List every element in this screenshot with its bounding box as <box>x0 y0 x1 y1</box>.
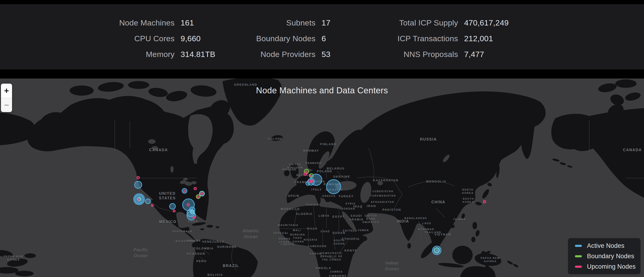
world-map[interactable]: Node Machines and Data Centers + − GREEN… <box>0 78 644 277</box>
upcoming-node-bubble[interactable] <box>311 179 314 182</box>
country-label: COLOMBIA <box>194 247 214 250</box>
country-label: ETHIOPIA <box>342 237 360 241</box>
stat-label: Subnets <box>200 18 316 27</box>
country-label: ITALY <box>311 188 322 192</box>
light-node-bubble[interactable] <box>190 210 195 214</box>
upcoming-node-bubble[interactable] <box>151 204 154 207</box>
stat-row: Boundary Nodes6 <box>200 30 330 46</box>
country-label: BURKINA FASO <box>290 233 305 240</box>
country-label: UNITED ARAB EMIRATES <box>362 214 379 224</box>
country-label: MALI <box>293 229 301 232</box>
active-node-bubble[interactable] <box>169 203 176 210</box>
legend-row: Upcoming Nodes <box>575 263 640 270</box>
country-label: CANADA <box>623 148 642 152</box>
stat-row: Subnets17 <box>200 15 330 30</box>
active-node-bubble[interactable] <box>145 199 151 204</box>
country-label: PERU <box>196 260 206 263</box>
stat-label: Node Machines <box>59 18 174 27</box>
country-label: MEXICO <box>159 220 176 224</box>
country-label: CUBA <box>188 220 198 223</box>
country-label: SAUDI ARABIA <box>349 214 364 222</box>
stat-label: ICP Transactions <box>342 34 458 43</box>
upcoming-node-bubble[interactable] <box>200 192 203 195</box>
map-title: Node Machines and Data Centers <box>0 86 644 95</box>
stat-value: 6 <box>322 34 326 43</box>
country-label: BELARUS <box>327 167 345 170</box>
country-label: JORDAN <box>342 207 355 211</box>
country-label: UNITED KINGDOM <box>287 163 303 170</box>
country-label: PAPUA NEW GUINEA <box>480 257 500 263</box>
zoom-in-button[interactable]: + <box>1 84 12 98</box>
country-label: ZAMBIA <box>330 270 343 274</box>
legend-row: Boundary Nodes <box>575 253 640 260</box>
country-label: RUSSIA <box>420 137 437 142</box>
country-label: LIBYA <box>318 214 330 218</box>
active-node-bubble[interactable] <box>326 179 341 194</box>
country-label: NORTH KOREA <box>462 188 474 195</box>
stats-column-machines: Node Machines161CPU Cores9,660Memory314.… <box>59 15 215 62</box>
stat-row: Node Providers53 <box>200 46 330 62</box>
country-label: LIBERIA <box>281 243 294 246</box>
upcoming-node-bubble[interactable] <box>173 210 176 212</box>
stat-value: 17 <box>322 18 330 27</box>
country-label: PAKISTAN <box>382 208 401 212</box>
country-label: GUATEMALA <box>172 230 192 233</box>
stats-column-icp: Total ICP Supply470,617,249ICP Transacti… <box>342 15 508 62</box>
map-legend: Active NodesBoundary NodesUpcoming Nodes <box>568 238 640 274</box>
upcoming-node-bubble[interactable] <box>196 196 199 198</box>
stat-row: Memory314.81TB <box>59 46 215 62</box>
stat-value: 53 <box>322 50 330 59</box>
country-label: GREECE <box>322 195 336 198</box>
stat-row: CPU Cores9,660 <box>59 30 215 46</box>
country-label: IRAN <box>367 204 376 208</box>
legend-dash-icon <box>575 266 582 268</box>
active-node-bubble[interactable] <box>134 181 142 189</box>
ocean-label: Indian Ocean <box>385 260 399 272</box>
country-label: KAZAKHSTAN <box>373 179 398 182</box>
stat-value: 7,477 <box>464 50 484 59</box>
country-label: NIGER <box>307 227 318 231</box>
stat-value: 161 <box>180 18 194 27</box>
country-label: UZBEKISTAN <box>372 190 394 193</box>
country-label: GHANA <box>292 240 304 244</box>
upcoming-node-bubble[interactable] <box>194 187 197 190</box>
ocean-label: Pacific Ocean <box>134 247 148 259</box>
stat-label: Total ICP Supply <box>342 18 458 27</box>
stat-label: Boundary Nodes <box>200 34 316 43</box>
country-label: DEMOCRATIC REPUBLIC OF THE CONGO <box>320 252 343 261</box>
upcoming-node-bubble[interactable] <box>186 203 190 206</box>
upcoming-node-bubble[interactable] <box>192 216 195 219</box>
stat-label: CPU Cores <box>59 34 174 43</box>
stat-label: Memory <box>59 50 174 59</box>
country-label: NIGERIA <box>304 238 318 242</box>
country-label: SOUTH KOREA <box>462 197 474 204</box>
country-label: NORWAY <box>303 149 319 153</box>
stat-row: NNS Proposals7,477 <box>342 46 508 62</box>
legend-dash-icon <box>575 245 582 247</box>
stat-value: 212,001 <box>464 34 493 43</box>
country-label: AFGHANISTAN <box>371 201 394 204</box>
country-label: VIETNAM <box>434 233 451 237</box>
country-label: BRAZIL <box>223 264 239 268</box>
country-label: LAOS <box>422 222 432 225</box>
country-label: CANADA <box>149 148 168 152</box>
stat-value: 470,617,249 <box>464 18 508 27</box>
country-label: PANAMA <box>187 239 201 243</box>
upcoming-node-bubble[interactable] <box>138 199 140 201</box>
country-label: UKRAINE <box>333 175 350 179</box>
stat-value: 9,660 <box>180 34 201 43</box>
light-node-bubble[interactable] <box>434 247 440 253</box>
country-label: VENEZUELA <box>202 240 225 244</box>
zoom-out-button[interactable]: − <box>1 98 12 112</box>
country-label: MYANMAR <box>418 228 434 231</box>
country-label: CHINA <box>432 200 446 205</box>
upcoming-node-bubble[interactable] <box>304 173 307 176</box>
upcoming-node-bubble[interactable] <box>183 190 186 193</box>
upcoming-node-bubble[interactable] <box>483 200 486 203</box>
upcoming-node-bubble[interactable] <box>136 176 140 179</box>
country-label: MOROCCO <box>280 207 300 211</box>
stat-row: Node Machines161 <box>59 15 215 30</box>
country-label: FINLAND <box>320 142 336 146</box>
country-label: MONGOLIA <box>426 180 446 183</box>
country-label: TURKMENISTAN <box>370 194 396 198</box>
